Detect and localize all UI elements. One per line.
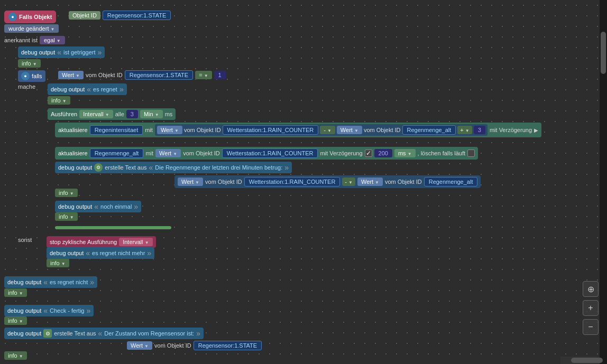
horizontal-scrollbar-thumb[interactable] — [571, 358, 603, 363]
wert-dropdown-7[interactable]: Wert ▼ — [127, 341, 152, 350]
zoom-out-button[interactable]: − — [583, 319, 599, 335]
info-row-7: info ▼ — [4, 317, 27, 324]
info-dropdown-3[interactable]: info ▼ — [55, 189, 78, 197]
aktualisiere-block-2: aktualisiere Regenmenge_alt mit Wert ▼ v… — [55, 147, 478, 160]
info-dropdown-7[interactable]: info ▼ — [4, 316, 27, 325]
info-dropdown-6[interactable]: info ▼ — [4, 288, 27, 297]
info-dropdown-5[interactable]: info ▼ — [47, 259, 69, 267]
falls-block: ● falls — [18, 70, 45, 82]
vom-objekt-id-label-1: vom Objekt ID — [86, 72, 123, 78]
aktualisiere-label-2: aktualisiere — [58, 150, 88, 156]
wert-dropdown-5[interactable]: Wert ▼ — [178, 178, 203, 186]
debug-output-block-2: debug output « es regnet » — [48, 83, 127, 95]
vom-objekt-id-2: vom Objekt ID — [184, 127, 221, 133]
debug-output-block-4: debug output « noch einmal » — [55, 201, 141, 212]
zoom-in-button[interactable]: + — [583, 300, 599, 316]
val-3b-number: 3 — [474, 126, 485, 134]
mache-row: mache — [18, 83, 35, 90]
regenmenge-alt-1[interactable]: Regenmenge_alt — [402, 125, 456, 135]
wert-dropdown-2[interactable]: Wert ▼ — [157, 126, 182, 134]
eq-dropdown[interactable]: = ▼ — [195, 71, 211, 79]
bug-icon-3: ⚙ — [94, 163, 103, 172]
val-3-number: 3 — [126, 110, 138, 118]
wert-dropdown-4[interactable]: Wert ▼ — [155, 149, 181, 157]
regensensor-state-value[interactable]: Regensensor:1.STATE — [103, 11, 171, 20]
wert-dropdown-3[interactable]: Wert ▼ — [337, 126, 362, 134]
regensensor-state-2[interactable]: Regensensor:1.STATE — [125, 70, 193, 80]
regenmenge-alt-var[interactable]: Regenmenge_alt — [90, 148, 144, 158]
regensensor-state-3[interactable]: Regensensor:1.STATE — [194, 341, 262, 350]
noch-einmal-text: noch einmal — [100, 203, 132, 210]
ist-getriggert-text: ist getriggert — [63, 49, 96, 55]
ms-dropdown-2[interactable]: ms ▼ — [394, 149, 416, 157]
es-regnet-nicht-text: es regnet nicht — [50, 279, 88, 285]
info-dropdown-1[interactable]: info ▼ — [18, 59, 41, 68]
stop-label: stop zyklische Ausführung — [50, 239, 117, 245]
wurde-geaendert-row: wurde geändert ▼ — [4, 24, 59, 33]
der-zustand-text: Der Zustand vom Regensensor ist: — [104, 330, 194, 337]
minus-op-1[interactable]: - ▼ — [320, 126, 335, 134]
mache-label: mache — [18, 83, 35, 90]
debug-output-label-7: debug output — [7, 307, 41, 314]
debug-output-label-1: debug output — [21, 49, 55, 55]
aktualisiere-label-1: aktualisiere — [58, 127, 88, 133]
debug-output-block-6: debug output « es regnet nicht » — [4, 276, 97, 288]
vertical-scrollbar[interactable] — [600, 0, 607, 364]
sonst-label: sonst — [18, 237, 32, 243]
falls-objekt-block: ● Falls Objekt — [4, 11, 56, 23]
debug-output-block-8: debug output ⚙ erstelle Text aus « Der Z… — [4, 328, 204, 339]
horizontal-scrollbar[interactable] — [560, 357, 600, 364]
compass-button[interactable]: ⊕ — [583, 281, 599, 297]
wetterstation-rain-2[interactable]: Wetterstation:1.RAIN_COUNTER — [222, 148, 318, 158]
info-row-5: info ▼ — [47, 259, 69, 267]
debug-output-label-4: debug output — [58, 203, 92, 210]
plus-op[interactable]: + ▼ — [457, 126, 472, 134]
intervall-dropdown[interactable]: Intervall ▼ — [79, 110, 113, 118]
mit-label-1: mit — [145, 127, 153, 133]
bug-icon-2: ● — [21, 72, 30, 80]
falls-label: falls — [32, 73, 42, 79]
minus-op-2[interactable]: - ▼ — [342, 178, 355, 186]
die-regenmenge-text: Die Regenmenge der letzten drei Minuten … — [155, 164, 282, 171]
info-dropdown-8[interactable]: info ▼ — [4, 351, 27, 360]
min-dropdown[interactable]: Min ▼ — [140, 110, 163, 118]
regenintensitaet-var[interactable]: Regenintensitaet — [90, 125, 143, 135]
bug-icon: ● — [8, 13, 17, 21]
gear-icon: ⚙ — [43, 329, 52, 338]
es-regnet-nicht-mehr-text: es regnet nicht mehr — [92, 250, 145, 256]
checkbox-2[interactable] — [467, 150, 475, 157]
stop-block: stop zyklische Ausführung Intervall ▼ — [47, 236, 156, 248]
info-row-1: info ▼ — [18, 59, 41, 68]
intervall-dropdown-2[interactable]: Intervall ▼ — [119, 238, 153, 246]
regensensor-state-row-3: Wert ▼ vom Objekt ID Regensensor:1.STATE — [127, 341, 262, 350]
alle-label: alle — [115, 111, 124, 117]
falls-condition-row: Wert ▼ vom Objekt ID Regensensor:1.STATE… — [58, 70, 226, 80]
info-dropdown-4[interactable]: info ▼ — [55, 212, 78, 221]
objekt-id-row: Objekt ID Regensensor:1.STATE — [69, 11, 171, 20]
debug-output-label-5: debug output — [50, 250, 84, 256]
val-200-number: 200 — [374, 149, 392, 157]
loeschen-label: , löschen falls läuft — [418, 150, 466, 156]
debug-output-block-1: debug output « ist getriggert » — [18, 46, 105, 58]
info-row-2: info ▼ — [48, 96, 70, 105]
connector-line — [55, 226, 171, 229]
debug-output-block-5: debug output « es regnet nicht mehr » — [47, 247, 154, 259]
wert-dropdown-6[interactable]: Wert ▼ — [357, 178, 383, 186]
mit-verzoegerung-1: mit Verzögerung — [490, 127, 532, 133]
wetterstation-rain-3[interactable]: Wetterstation:1.RAIN_COUNTER — [244, 177, 341, 186]
egal-dropdown[interactable]: egal ▼ — [40, 36, 65, 44]
wetterstation-rain-1[interactable]: Wetterstation:1.RAIN_COUNTER — [223, 125, 319, 135]
ms-label: ms — [165, 111, 173, 117]
anerkannt-ist-label: anerkannt ist — [4, 37, 38, 43]
debug-output-label-8: debug output — [7, 330, 41, 337]
scrollbar-thumb[interactable] — [601, 32, 606, 74]
objekt-id-label: Objekt ID — [69, 11, 100, 20]
erstelle-text-aus-2: erstelle Text aus — [54, 330, 96, 337]
wurde-geaendert-label: wurde geändert ▼ — [4, 24, 59, 33]
info-row-8: info ▼ — [4, 352, 27, 359]
regenmenge-alt-3[interactable]: Regenmenge_alt — [424, 177, 478, 186]
info-dropdown-2[interactable]: info ▼ — [48, 96, 70, 105]
check-fertig-text: Check - fertig — [50, 307, 84, 314]
checkbox-1[interactable]: ✓ — [365, 150, 372, 157]
wert-dropdown-1[interactable]: Wert ▼ — [58, 71, 84, 79]
